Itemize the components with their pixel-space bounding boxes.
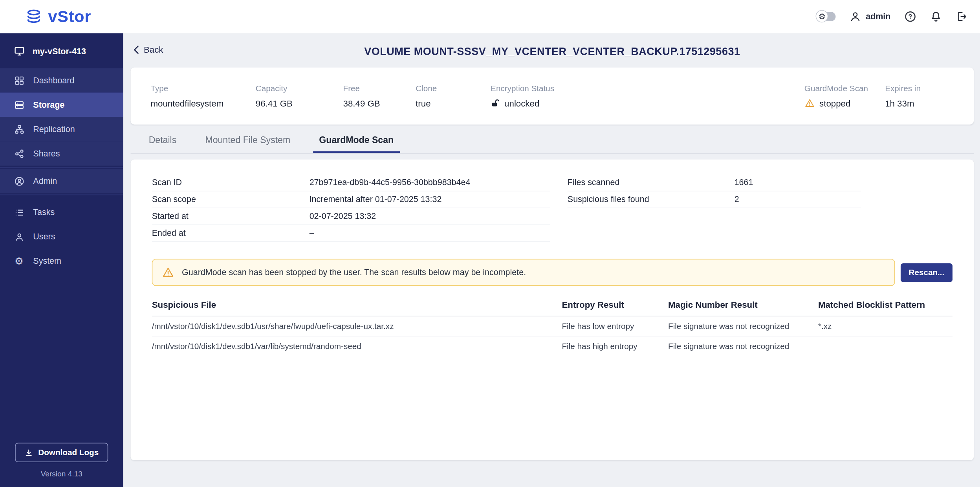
cell-pattern: *.xz — [818, 322, 953, 331]
gear-toggle-icon: ⚙ — [816, 10, 828, 22]
sidebar-item-tasks[interactable]: Tasks — [0, 200, 123, 224]
scan-scope-value: Incremental after 01-07-2025 13:32 — [310, 195, 442, 204]
download-icon — [24, 448, 33, 457]
capacity-label: Capacity — [256, 84, 343, 93]
svg-text:?: ? — [909, 13, 912, 20]
vstor-logo-icon — [25, 8, 43, 26]
scan-id-value: 27b971ea-db9b-44c5-9956-30bbb983b4e4 — [310, 178, 471, 187]
sidebar-item-label: Shares — [33, 149, 60, 158]
tab-guardmode-scan[interactable]: GuardMode Scan — [313, 135, 400, 153]
notifications-bell-icon[interactable] — [930, 11, 942, 22]
topbar: vStor ⚙ admin ? — [0, 0, 980, 33]
user-name: admin — [866, 12, 890, 21]
version-label: Version 4.13 — [41, 470, 82, 478]
volume-summary-card: Type mountedfilesystem Capacity 96.41 GB… — [131, 68, 974, 125]
download-logs-button[interactable]: Download Logs — [15, 443, 108, 462]
theme-toggle-track: ⚙ — [817, 12, 836, 21]
guardmode-scan-label: GuardMode Scan — [804, 84, 885, 93]
capacity-value: 96.41 GB — [256, 98, 343, 108]
started-at-label: Started at — [152, 211, 310, 221]
sidebar-system-name[interactable]: my-vStor-413 — [0, 33, 123, 68]
clone-label: Clone — [416, 84, 491, 93]
sidebar-item-label: System — [33, 256, 61, 266]
scan-scope-row: Scan scope Incremental after 01-07-2025 … — [152, 191, 550, 208]
sidebar-item-dashboard[interactable]: Dashboard — [0, 68, 123, 92]
sidebar-item-label: Admin — [33, 176, 57, 186]
encryption-status-value: unlocked — [504, 98, 539, 108]
cell-file-path: /mnt/vstor/10/disk1/dev.sdb1/var/lib/sys… — [152, 342, 562, 351]
suspicious-files-row: Suspicious files found 2 — [568, 191, 861, 208]
theme-toggle[interactable]: ⚙ — [817, 12, 836, 21]
files-scanned-label: Files scanned — [568, 178, 735, 187]
ended-at-label: Ended at — [152, 228, 310, 238]
type-label: Type — [150, 84, 255, 93]
sidebar-item-replication[interactable]: Replication — [0, 117, 123, 142]
col-header-magic-number-result: Magic Number Result — [668, 300, 818, 309]
gear-icon: ⚙ — [14, 256, 24, 266]
scan-id-label: Scan ID — [152, 178, 310, 187]
sidebar-item-shares[interactable]: Shares — [0, 142, 123, 166]
cell-magic: File signature was not recognized — [668, 342, 818, 351]
app-window: vStor ⚙ admin ? — [0, 0, 980, 487]
scan-id-row: Scan ID 27b971ea-db9b-44c5-9956-30bbb983… — [152, 175, 550, 191]
unlock-icon — [491, 98, 500, 108]
rescan-button[interactable]: Rescan... — [901, 263, 953, 282]
brand-name: vStor — [48, 7, 92, 26]
main-content: Back VOLUME MOUNT-SSSV_MY_VCENTER_VCENTE… — [123, 33, 980, 487]
cell-pattern — [818, 342, 953, 351]
tab-bar: Details Mounted File System GuardMode Sc… — [131, 132, 974, 154]
table-header-row: Suspicious File Entropy Result Magic Num… — [152, 300, 953, 316]
encryption-status-label: Encryption Status — [491, 84, 678, 93]
monitor-icon — [14, 46, 25, 57]
replication-icon — [14, 124, 24, 134]
sidebar-item-admin[interactable]: Admin — [0, 169, 123, 193]
sidebar: my-vStor-413 Dashboard Storage — [0, 33, 123, 487]
col-header-matched-blocklist-pattern: Matched Blocklist Pattern — [818, 300, 953, 309]
guardmode-scan-panel: Scan ID 27b971ea-db9b-44c5-9956-30bbb983… — [131, 160, 974, 460]
user-menu[interactable]: admin — [850, 11, 891, 22]
cell-entropy: File has low entropy — [562, 322, 668, 331]
scan-scope-label: Scan scope — [152, 195, 310, 204]
chevron-left-icon — [133, 45, 139, 54]
suspicious-files-table: Suspicious File Entropy Result Magic Num… — [152, 300, 953, 356]
dashboard-icon — [14, 75, 24, 86]
suspicious-files-label: Suspicious files found — [568, 195, 735, 204]
cell-file-path: /mnt/vstor/10/disk1/dev.sdb1/usr/share/f… — [152, 322, 562, 331]
suspicious-files-value: 2 — [735, 195, 739, 204]
tab-mounted-file-system[interactable]: Mounted File System — [199, 135, 297, 153]
logout-icon[interactable] — [956, 11, 967, 22]
sidebar-item-users[interactable]: Users — [0, 224, 123, 249]
tasks-list-icon — [14, 207, 24, 218]
warning-triangle-icon — [804, 98, 815, 108]
cell-entropy: File has high entropy — [562, 342, 668, 351]
table-row: /mnt/vstor/10/disk1/dev.sdb1/usr/share/f… — [152, 316, 953, 336]
share-icon — [14, 148, 24, 159]
type-value: mountedfilesystem — [150, 98, 255, 108]
expires-in-label: Expires in — [885, 84, 954, 93]
sidebar-item-label: Users — [33, 232, 55, 241]
back-button[interactable]: Back — [133, 44, 163, 54]
sidebar-item-label: Storage — [33, 100, 64, 110]
admin-icon — [14, 176, 24, 186]
sidebar-divider — [0, 167, 123, 168]
sidebar-item-system[interactable]: ⚙ System — [0, 249, 123, 273]
ended-at-row: Ended at – — [152, 225, 550, 242]
table-row: /mnt/vstor/10/disk1/dev.sdb1/var/lib/sys… — [152, 336, 953, 356]
page-title: VOLUME MOUNT-SSSV_MY_VCENTER_VCENTER_BAC… — [131, 40, 974, 58]
expires-in-value: 1h 33m — [885, 98, 954, 108]
free-value: 38.49 GB — [343, 98, 416, 108]
guardmode-scan-value: stopped — [819, 98, 850, 108]
users-icon — [14, 232, 24, 242]
files-scanned-row: Files scanned 1661 — [568, 175, 861, 191]
scan-stopped-warning-banner: GuardMode scan has been stopped by the u… — [152, 259, 895, 286]
sidebar-item-label: Dashboard — [33, 76, 74, 85]
sidebar-divider — [0, 195, 123, 195]
files-scanned-value: 1661 — [735, 178, 753, 187]
sidebar-item-label: Tasks — [33, 208, 55, 217]
tab-details[interactable]: Details — [143, 135, 183, 153]
ended-at-value: – — [310, 228, 314, 238]
col-header-suspicious-file: Suspicious File — [152, 300, 562, 309]
warning-message: GuardMode scan has been stopped by the u… — [182, 268, 526, 277]
help-button[interactable]: ? — [904, 11, 916, 22]
sidebar-item-storage[interactable]: Storage — [0, 92, 123, 117]
